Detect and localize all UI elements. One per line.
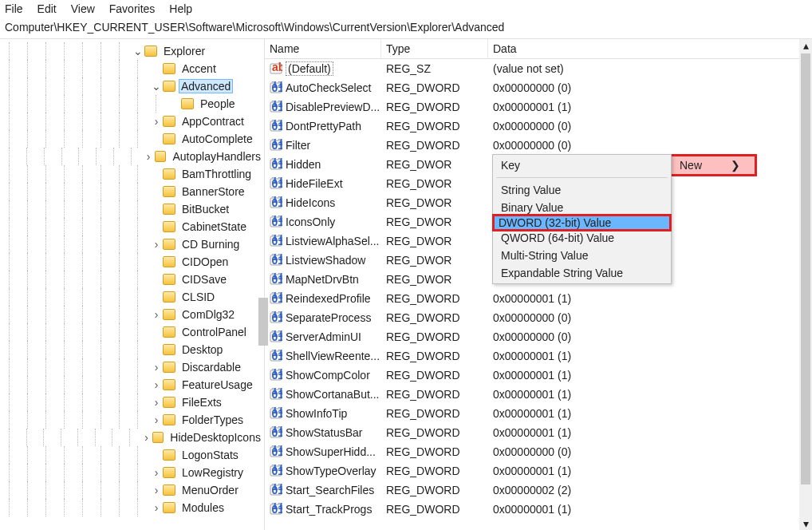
tree-item-cabinetstate[interactable]: CabinetState [0, 218, 264, 235]
menu-view[interactable]: View [71, 2, 95, 15]
menu-item-multi-string-value[interactable]: Multi-String Value [495, 247, 669, 264]
tree-item-bannerstore[interactable]: BannerStore [0, 183, 264, 200]
value-name: Start_TrackProgs [286, 503, 372, 516]
expand-icon[interactable]: ⌄ [150, 80, 163, 93]
menu-item-string-value[interactable]: String Value [495, 181, 669, 199]
value-row[interactable]: 110011ShowTypeOverlayREG_DWORD0x00000001… [265, 461, 812, 481]
value-row[interactable]: 110011SeparateProcessREG_DWORD0x00000000… [265, 308, 812, 327]
tree-item-controlpanel[interactable]: ControlPanel [0, 323, 264, 341]
context-menu-new[interactable]: New ❯ [669, 154, 757, 176]
menu-item-key[interactable]: Key [495, 156, 669, 174]
value-type: REG_DWORD [381, 501, 488, 517]
value-name: DisablePreviewD... [286, 101, 380, 113]
tree-label: FeatureUsage [179, 378, 256, 392]
value-name: ShellViewReente... [286, 350, 380, 362]
value-row[interactable]: 110011ShellViewReente...REG_DWORD0x00000… [265, 346, 812, 366]
menu-file[interactable]: File [5, 2, 23, 15]
value-row[interactable]: 110011ShowSuperHidd...REG_DWORD0x0000000… [265, 442, 812, 461]
value-row[interactable]: ab(Default)REG_SZ(value not set) [265, 59, 812, 78]
expand-icon[interactable]: › [150, 501, 163, 514]
svg-text:011: 011 [272, 426, 283, 439]
tree-item-explorer[interactable]: ⌄Explorer [0, 42, 264, 60]
folder-icon [163, 116, 175, 127]
menu-item-new[interactable]: New ❯ [672, 156, 755, 174]
tree-item-modules[interactable]: ›Modules [0, 499, 264, 516]
tree-item-clsid[interactable]: CLSID [0, 288, 264, 306]
value-row[interactable]: 110011ReindexedProfileREG_DWORD0x0000000… [265, 289, 812, 308]
menu-edit[interactable]: Edit [37, 2, 57, 15]
value-row[interactable]: 110011DontPrettyPathREG_DWORD0x00000000 … [265, 117, 812, 136]
expand-icon[interactable]: › [140, 431, 152, 444]
expand-icon[interactable]: › [150, 378, 163, 391]
folder-icon [181, 98, 194, 109]
expand-icon[interactable]: › [143, 150, 155, 163]
value-row[interactable]: 110011ShowCortanaBut...REG_DWORD0x000000… [265, 385, 812, 404]
svg-text:011: 011 [272, 158, 283, 171]
expand-icon[interactable]: › [150, 413, 163, 426]
folder-icon [163, 256, 175, 267]
tree-label: Discardable [179, 360, 244, 374]
value-row[interactable]: 110011ShowStatusBarREG_DWORD0x00000001 (… [265, 423, 812, 442]
expand-icon[interactable]: › [150, 396, 163, 409]
expand-icon[interactable]: › [150, 484, 163, 496]
tree-item-cd-burning[interactable]: ›CD Burning [0, 235, 264, 253]
tree-item-comdlg32[interactable]: ›ComDlg32 [0, 306, 264, 323]
value-row[interactable]: 110011FilterREG_DWORD0x00000000 (0) [265, 136, 812, 155]
expand-icon[interactable]: › [150, 466, 163, 479]
folder-icon [163, 467, 175, 478]
value-row[interactable]: 110011ShowInfoTipREG_DWORD0x00000001 (1) [265, 404, 812, 423]
col-header-name[interactable]: Name [265, 39, 381, 58]
tree-item-accent[interactable]: Accent [0, 60, 264, 77]
binary-value-icon: 110011 [270, 407, 282, 420]
col-header-type[interactable]: Type [381, 39, 488, 58]
tree-item-bamthrottling[interactable]: BamThrottling [0, 165, 264, 183]
tree-scroll-thumb[interactable] [258, 298, 268, 346]
tree-item-logonstats[interactable]: LogonStats [0, 446, 264, 464]
value-row[interactable]: 110011AutoCheckSelectREG_DWORD0x00000000… [265, 78, 812, 97]
expand-icon[interactable]: › [150, 308, 163, 321]
expand-icon[interactable]: › [150, 115, 163, 128]
value-type: REG_DWOR [381, 195, 488, 211]
value-row[interactable]: 110011ServerAdminUIREG_DWORD0x00000000 (… [265, 327, 812, 346]
tree-item-advanced[interactable]: ⌄Advanced [0, 77, 264, 95]
menu-help[interactable]: Help [169, 2, 192, 15]
tree-label: BannerStore [179, 184, 248, 199]
tree-item-autocomplete[interactable]: AutoComplete [0, 130, 264, 148]
tree-item-lowregistry[interactable]: ›LowRegistry [0, 464, 264, 481]
expand-icon[interactable]: › [150, 361, 163, 374]
value-data: 0x00000001 (1) [488, 405, 812, 421]
new-submenu[interactable]: KeyString ValueBinary ValueDWORD (32-bit… [492, 154, 672, 284]
col-header-data[interactable]: Data [488, 39, 812, 58]
tree-item-cidopen[interactable]: CIDOpen [0, 253, 264, 271]
tree-item-menuorder[interactable]: ›MenuOrder [0, 481, 264, 499]
expand-icon[interactable]: › [150, 238, 163, 251]
address-bar[interactable]: Computer\HKEY_CURRENT_USER\Software\Micr… [0, 18, 812, 38]
tree-item-cidsave[interactable]: CIDSave [0, 271, 264, 288]
value-row[interactable]: 110011Start_TrackProgsREG_DWORD0x0000000… [265, 500, 812, 519]
value-row[interactable]: 110011Start_SearchFilesREG_DWORD0x000000… [265, 481, 812, 500]
scrollbar-thumb[interactable] [801, 53, 810, 485]
tree-pane[interactable]: ⌄ExplorerAccent⌄AdvancedPeople›AppContra… [0, 39, 265, 530]
scroll-down-icon[interactable]: ▾ [799, 517, 812, 530]
folder-icon [163, 502, 175, 513]
list-scrollbar[interactable]: ▴ ▾ [799, 39, 812, 530]
menu-item-expandable-string-value[interactable]: Expandable String Value [495, 264, 669, 282]
menu-favorites[interactable]: Favorites [109, 2, 156, 15]
tree-item-appcontract[interactable]: ›AppContract [0, 113, 264, 130]
tree-item-people[interactable]: People [0, 95, 264, 113]
menu-item-qword-64-bit-value[interactable]: QWORD (64-bit) Value [495, 229, 669, 247]
scroll-up-icon[interactable]: ▴ [799, 39, 812, 52]
value-name: AutoCheckSelect [286, 81, 371, 94]
tree-item-featureusage[interactable]: ›FeatureUsage [0, 376, 264, 394]
tree-item-fileexts[interactable]: ›FileExts [0, 394, 264, 411]
list-header[interactable]: Name Type Data [265, 39, 812, 59]
expand-icon[interactable]: ⌄ [132, 45, 144, 57]
tree-item-discardable[interactable]: ›Discardable [0, 358, 264, 376]
tree-item-foldertypes[interactable]: ›FolderTypes [0, 411, 264, 429]
tree-item-desktop[interactable]: Desktop [0, 341, 264, 358]
tree-item-hidedesktopicons[interactable]: ›HideDesktopIcons [0, 429, 264, 446]
value-row[interactable]: 110011DisablePreviewD...REG_DWORD0x00000… [265, 97, 812, 117]
tree-item-autoplayhandlers[interactable]: ›AutoplayHandlers [0, 148, 264, 165]
value-row[interactable]: 110011ShowCompColorREG_DWORD0x00000001 (… [265, 366, 812, 385]
tree-item-bitbucket[interactable]: BitBucket [0, 200, 264, 218]
